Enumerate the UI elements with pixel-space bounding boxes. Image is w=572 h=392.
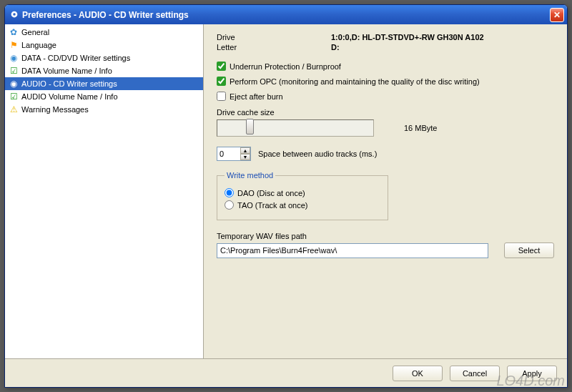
letter-label: Letter — [217, 43, 331, 52]
gear-icon: ✿ — [8, 26, 19, 38]
opc-row: Perform OPC (monitoring and maintaining … — [217, 77, 554, 86]
preferences-window: Preferences - AUDIO - CD Writer settings… — [4, 4, 568, 388]
window-title: Preferences - AUDIO - CD Writer settings — [22, 10, 550, 20]
sidebar-item-label: DATA - CD/DVD Writer settings — [21, 54, 130, 62]
disc-icon: ◉ — [8, 52, 19, 64]
eject-label: Eject after burn — [230, 92, 283, 101]
close-button[interactable]: ✕ — [550, 8, 564, 22]
tao-label: TAO (Track at once) — [237, 201, 307, 210]
sidebar-item-audio-volume[interactable]: ☑ AUDIO Volume Name / Info — [5, 90, 203, 103]
opc-checkbox[interactable] — [217, 77, 226, 86]
spacing-row: ▲ ▼ Space between audio tracks (ms.) — [217, 147, 554, 161]
write-method-group: Write method DAO (Disc at once) TAO (Tra… — [217, 171, 388, 220]
cache-slider-row: 16 MByte — [217, 119, 554, 137]
tao-radio[interactable] — [225, 200, 234, 210]
dao-label: DAO (Disc at once) — [237, 189, 305, 197]
apply-button[interactable]: Apply — [507, 366, 557, 381]
dao-row: DAO (Disc at once) — [225, 188, 380, 197]
letter-value: D: — [331, 43, 340, 52]
underrun-checkbox[interactable] — [217, 62, 226, 71]
wav-path-input[interactable] — [217, 243, 488, 258]
sidebar-item-label: Warning Messages — [21, 105, 89, 114]
drive-row: Drive 1:0:0,D: HL-DT-STDVD+-RW GH30N A10… — [217, 33, 554, 41]
content-area: ✿ General ⚑ Language ◉ DATA - CD/DVD Wri… — [5, 24, 567, 358]
sidebar-item-label: Language — [21, 41, 56, 49]
underrun-label: Underrun Protection / Burnproof — [230, 62, 341, 71]
cache-slider[interactable] — [217, 119, 374, 137]
cache-label: Drive cache size — [217, 108, 554, 117]
spacing-spinner: ▲ ▼ — [217, 147, 251, 161]
check-icon: ☑ — [8, 91, 19, 102]
check-icon: ☑ — [8, 65, 19, 77]
flag-icon: ⚑ — [8, 39, 19, 51]
slider-thumb-icon — [246, 119, 254, 134]
wav-path-label: Temporary WAV files path — [217, 232, 554, 240]
write-method-legend: Write method — [225, 171, 275, 180]
sidebar-item-language[interactable]: ⚑ Language — [5, 39, 203, 52]
sidebar-item-label: DATA Volume Name / Info — [21, 67, 112, 75]
spacing-label: Space between audio tracks (ms.) — [258, 150, 377, 158]
spin-up-button[interactable]: ▲ — [240, 147, 250, 154]
drive-value: 1:0:0,D: HL-DT-STDVD+-RW GH30N A102 — [331, 33, 484, 41]
cache-value: 16 MByte — [404, 124, 437, 132]
disc-icon: ◉ — [8, 78, 19, 89]
select-button[interactable]: Select — [504, 242, 554, 258]
svg-point-1 — [13, 13, 16, 16]
settings-panel: Drive 1:0:0,D: HL-DT-STDVD+-RW GH30N A10… — [204, 24, 567, 358]
cancel-button[interactable]: Cancel — [450, 366, 500, 381]
eject-row: Eject after burn — [217, 92, 554, 101]
letter-row: Letter D: — [217, 43, 554, 52]
warning-icon: ⚠ — [8, 104, 19, 115]
spin-down-button[interactable]: ▼ — [240, 154, 250, 160]
sidebar-item-label: AUDIO Volume Name / Info — [21, 92, 118, 101]
gear-icon — [9, 9, 19, 21]
sidebar-item-label: General — [21, 28, 49, 36]
underrun-row: Underrun Protection / Burnproof — [217, 62, 554, 71]
opc-label: Perform OPC (monitoring and maintaining … — [230, 77, 480, 86]
eject-checkbox[interactable] — [217, 92, 226, 101]
tao-row: TAO (Track at once) — [225, 200, 380, 210]
titlebar[interactable]: Preferences - AUDIO - CD Writer settings… — [5, 5, 567, 24]
sidebar-item-data-volume[interactable]: ☑ DATA Volume Name / Info — [5, 64, 203, 77]
wav-path-row: Select — [217, 242, 554, 258]
sidebar-item-label: AUDIO - CD Writer settings — [21, 79, 117, 88]
sidebar-item-warning[interactable]: ⚠ Warning Messages — [5, 103, 203, 116]
spacing-input[interactable] — [217, 147, 240, 160]
drive-label: Drive — [217, 33, 331, 41]
close-icon: ✕ — [553, 10, 561, 20]
sidebar-item-general[interactable]: ✿ General — [5, 26, 203, 39]
sidebar-item-data-writer[interactable]: ◉ DATA - CD/DVD Writer settings — [5, 52, 203, 64]
button-bar: OK Cancel Apply — [5, 358, 567, 387]
sidebar-item-audio-writer[interactable]: ◉ AUDIO - CD Writer settings — [5, 77, 203, 90]
ok-button[interactable]: OK — [393, 366, 443, 381]
dao-radio[interactable] — [225, 188, 234, 197]
sidebar: ✿ General ⚑ Language ◉ DATA - CD/DVD Wri… — [5, 24, 204, 358]
